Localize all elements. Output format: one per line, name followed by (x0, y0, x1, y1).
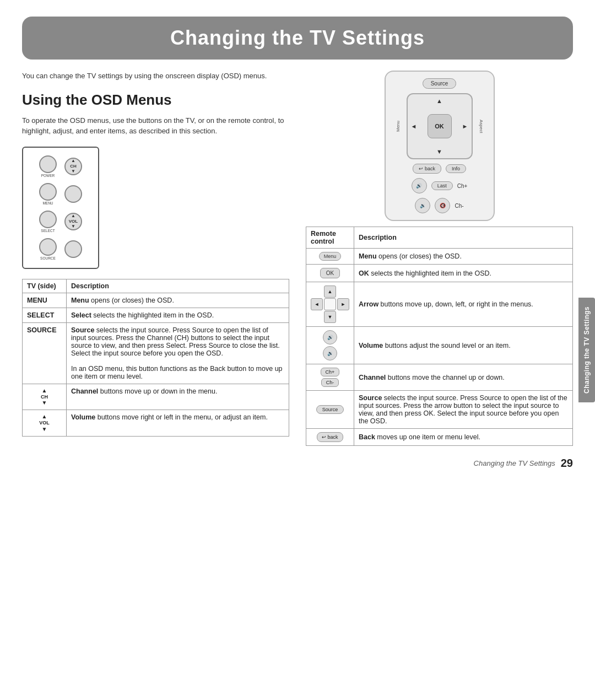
remote-last-btn: Last (431, 181, 453, 190)
aspect-side-label: Aspect (479, 120, 484, 133)
tv-row-4: SOURCE (39, 238, 82, 260)
tv-vol-desc: Volume buttons move right or left in the… (67, 410, 289, 437)
remote-control-table: Remotecontrol Description Menu Menu open… (306, 227, 573, 446)
nav-right-arrow: ► (462, 123, 468, 130)
table-row: ↩back Back moves up one item or menu lev… (306, 429, 573, 446)
table-row: Menu Menu opens (or closes) the OSD. (306, 249, 573, 265)
arrow-right-cell: ► (337, 298, 349, 310)
remote-ch-desc: Channel buttons move the channel up or d… (354, 364, 573, 391)
menu-btn-label: Menu (319, 252, 342, 261)
select-btn-group (64, 185, 82, 203)
remote-ok-desc: OK selects the highlighted item in the O… (354, 265, 573, 282)
tv-side-table: TV (side) Description MENU Menu opens (o… (22, 279, 289, 437)
remote-vol-btn-cell: 🔊 🔉 (306, 327, 354, 364)
tv-vol-key: ▲VOL▼ (23, 410, 67, 437)
arrow-center-cell (324, 298, 336, 310)
table-row: ▲ ◄ ► ▼ Arrow buttons move up, down, lef… (306, 282, 573, 327)
extra-btn-illus (64, 240, 82, 258)
remote-back-desc: Back moves up one item or menu level. (354, 429, 573, 446)
nav-left-arrow: ◄ (411, 123, 417, 130)
menu-btn-illus (39, 183, 57, 201)
remote-back-info-row: ↩back Info (394, 164, 485, 174)
remote-info-btn: Info (446, 164, 466, 173)
tv-row-2: MENU (39, 183, 82, 205)
page-title: Changing the TV Settings (39, 26, 556, 50)
remote-illustration: Source Menu ▲ ▼ ◄ ► OK Aspect (306, 71, 573, 221)
footer-page-number: 29 (561, 457, 573, 470)
chplus-cell: Ch+ (321, 368, 340, 376)
table-row: SOURCE Source selects the input source. … (23, 322, 289, 384)
tv-source-desc: Source selects the input source. Press S… (67, 322, 289, 384)
tv-table-col1: TV (side) (23, 279, 67, 293)
remote-ch-btn-cell: Ch+ Ch- (306, 364, 354, 391)
remote-vol-row: 🔊 Last Ch+ (394, 178, 485, 193)
select2-btn-illus (39, 211, 57, 228)
table-row: ▲CH▼ Channel buttons move up or down in … (23, 384, 289, 410)
page-header: Changing the TV Settings (22, 17, 573, 60)
page-footer: Changing the TV Settings 29 (0, 446, 595, 475)
right-column: Source Menu ▲ ▼ ◄ ► OK Aspect (306, 71, 573, 446)
power-btn-illus (39, 155, 57, 173)
remote-menu-btn-cell: Menu (306, 249, 354, 265)
select-label-group: SELECT (39, 211, 57, 233)
remote-vol-up-btn: 🔊 (412, 178, 427, 193)
back-cell-label: ↩back (317, 432, 343, 442)
intro-text: You can change the TV settings by using … (22, 71, 289, 82)
table-row: Ch+ Ch- Channel buttons move the channel… (306, 364, 573, 391)
nav-ok-btn: OK (428, 114, 452, 138)
left-column: You can change the TV settings by using … (22, 71, 289, 446)
table-row: SELECT Select selects the highlighted it… (23, 308, 289, 322)
arrow-left-cell: ◄ (311, 298, 323, 310)
remote-chplus-label: Ch+ (457, 183, 468, 189)
vol-btn-group: ▲VOL▼ (64, 213, 82, 230)
remote-source-btn-cell: Source (306, 391, 354, 429)
remote-mute-btn: 🔉 (415, 198, 430, 213)
tv-menu-desc: Menu opens (or closes) the OSD. (67, 293, 289, 308)
remote-ok-btn-cell: OK (306, 265, 354, 282)
table-row: OK OK selects the highlighted item in th… (306, 265, 573, 282)
footer-italic-text: Changing the TV Settings (474, 459, 555, 467)
tv-ch-desc: Channel buttons move up or down in the m… (67, 384, 289, 410)
remote-back-btn-cell: ↩back (306, 429, 354, 446)
vol-up-cell: 🔊 (323, 330, 337, 344)
nav-cluster: ▲ ▼ ◄ ► OK (407, 93, 473, 159)
remote-body: Source Menu ▲ ▼ ◄ ► OK Aspect (385, 71, 495, 221)
power-btn-group: POWER (39, 155, 57, 177)
tv-ch-key: ▲CH▼ (23, 384, 67, 410)
menu-side-label: Menu (396, 121, 401, 132)
remote-vol-desc: Volume buttons adjust the sound level or… (354, 327, 573, 364)
remote-source-desc: Source selects the input source. Press S… (354, 391, 573, 429)
source-cell-label: Source (316, 405, 344, 414)
tv-table-col2: Description (67, 279, 289, 293)
section-desc: To operate the OSD menus, use the button… (22, 115, 289, 137)
select-btn-illus (64, 185, 82, 203)
remote-arrow-btn-cell: ▲ ◄ ► ▼ (306, 282, 354, 327)
source-btn-illus (39, 238, 57, 256)
tv-menu-key: MENU (23, 293, 67, 308)
ch-btn-group: ▲CH▼ (64, 158, 82, 175)
remote-chminus-label: Ch- (455, 203, 463, 209)
nav-down-arrow: ▼ (436, 148, 442, 155)
table-row: MENU Menu opens (or closes) the OSD. (23, 293, 289, 308)
tv-panel-illustration: POWER ▲CH▼ MENU (22, 147, 99, 269)
table-row: 🔊 🔉 Volume buttons adjust the sound leve… (306, 327, 573, 364)
remote-source-top-btn: Source (423, 78, 457, 89)
tv-row-3: SELECT ▲VOL▼ (39, 211, 82, 233)
section-heading: Using the OSD Menus (22, 91, 289, 109)
extra-btn-group (64, 240, 82, 258)
remote-col1: Remotecontrol (306, 227, 354, 249)
remote-arrow-desc: Arrow buttons move up, down, left, or ri… (354, 282, 573, 327)
ok-btn-label: OK (320, 268, 340, 278)
remote-col2: Description (354, 227, 573, 249)
ch-btn-illus: ▲CH▼ (64, 158, 82, 175)
remote-mute2-btn: 🔇 (435, 198, 450, 213)
arrow-up-cell: ▲ (324, 286, 336, 298)
menu-btn-group: MENU (39, 183, 57, 205)
arrow-lr-cell: ◄ ► (311, 298, 349, 310)
arrow-cell-group: ▲ ◄ ► ▼ (311, 286, 349, 323)
vol-down-cell: 🔉 (323, 346, 337, 360)
arrow-down-cell: ▼ (324, 311, 336, 323)
ch-cell-group: Ch+ Ch- (311, 368, 349, 387)
tv-select-key: SELECT (23, 308, 67, 322)
table-row: Source Source selects the input source. … (306, 391, 573, 429)
